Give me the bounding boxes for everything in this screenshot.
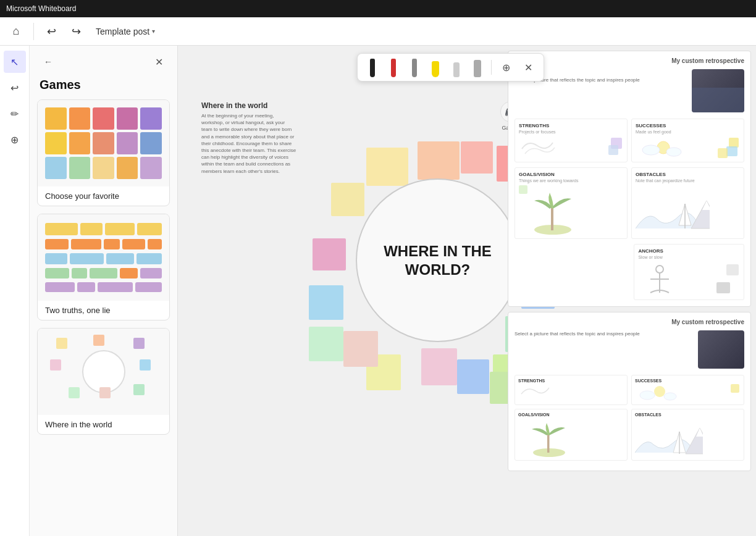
svg-marker-8 <box>702 201 710 210</box>
grid-cell <box>117 107 138 130</box>
obstacles-visual-area <box>636 185 740 235</box>
card-preview-choose-favorite <box>38 100 169 186</box>
sticky-note[interactable] <box>331 183 364 216</box>
template-title-button[interactable]: Template post ▾ <box>91 24 160 39</box>
color-swatch-yellow[interactable] <box>427 57 444 77</box>
template-title-label: Template post <box>96 27 149 36</box>
redo-button[interactable]: ↪ <box>66 22 86 41</box>
grid-cell <box>117 157 138 179</box>
left-tools-panel: ↖ ↩ ✏ ⊕ <box>0 46 30 536</box>
sticky-note[interactable] <box>343 331 378 367</box>
truth-row-cell <box>45 282 75 292</box>
sticky-note[interactable] <box>366 148 408 186</box>
truth-row-cell <box>70 253 103 264</box>
color-toolbar-close-button[interactable]: ✕ <box>519 58 537 77</box>
right-panel[interactable]: My custom retrospective How to use Selec… <box>503 46 756 536</box>
preview-sticky <box>50 359 61 371</box>
grid-cell <box>69 132 91 154</box>
truth-row-cell <box>122 239 146 250</box>
card-label-two-truths: Two truths, one lie <box>38 301 169 320</box>
goals-block: GOALS/VISION Things we are working towar… <box>514 167 628 239</box>
preview-grid <box>38 100 169 186</box>
obstacles-subtitle: Note that can jeopardize future <box>636 178 740 183</box>
truth-row-cell <box>71 239 101 250</box>
truth-row-cell <box>90 268 118 278</box>
anchors-row: ANCHORS Slow or slow <box>514 244 744 300</box>
truth-row-cell <box>77 282 95 292</box>
svg-point-12 <box>654 386 665 397</box>
world-circle: WHERE IN THEWORLD? <box>356 178 519 342</box>
svg-point-9 <box>656 266 663 273</box>
goals-visual-area <box>519 185 623 235</box>
bottom-successes: SUCCESSES <box>631 375 744 405</box>
sticky-note[interactable] <box>461 141 493 174</box>
color-swatch-eraser2[interactable] <box>469 57 486 77</box>
svg-point-1 <box>642 145 660 155</box>
bottom-obstacles-area <box>635 417 741 457</box>
sidebar-close-button[interactable]: ✕ <box>150 53 167 70</box>
main-layout: ↖ ↩ ✏ ⊕ ← ✕ Games <box>0 46 756 536</box>
truth-row-cell <box>120 268 137 278</box>
bottom-obstacles: OBSTACLES <box>631 409 744 461</box>
retro-bottom-title: My custom retrospective <box>514 319 744 325</box>
anchors-subtitle: Slow or slow <box>638 255 740 259</box>
toolbar: ⌂ ↩ ↪ Template post ▾ <box>0 17 756 46</box>
template-card-two-truths[interactable]: Two truths, one lie <box>37 214 170 320</box>
add-tool-button[interactable]: ⊕ <box>4 128 26 151</box>
chevron-down-icon: ▾ <box>152 28 155 35</box>
template-card-choose-favorite[interactable]: Choose your favorite <box>37 99 170 206</box>
sticky-note[interactable] <box>313 238 346 270</box>
card-label-where-world: Where in the world <box>38 415 169 434</box>
strengths-successes-row: STRENGTHS Projects or focuses <box>514 119 744 162</box>
where-world-title-block: Where in the world At the beginning of y… <box>201 101 297 175</box>
color-toolbar: ⊕ ✕ <box>357 53 544 82</box>
grid-cell <box>140 132 162 154</box>
svg-rect-4 <box>551 207 553 230</box>
title-bar: Microsoft Whiteboard <box>0 0 756 17</box>
color-swatch-red[interactable] <box>385 57 402 77</box>
sticky-note[interactable] <box>309 285 343 320</box>
strengths-notes-area <box>519 136 623 158</box>
color-swatch-black[interactable] <box>364 57 381 77</box>
sidebar-back-button[interactable]: ← <box>40 53 57 70</box>
how-to-use-row-bottom: Select a picture that reflects the topic… <box>514 330 744 369</box>
undo-tool-button[interactable]: ↩ <box>4 77 26 99</box>
obstacles-title: OBSTACLES <box>636 172 740 177</box>
how-to-use-row: How to use Select a picture that reflect… <box>514 69 744 112</box>
preview-sticky <box>93 335 104 346</box>
sticky-note[interactable] <box>418 141 460 180</box>
sticky-note[interactable] <box>457 359 489 394</box>
bottom-strengths-area <box>518 383 624 401</box>
grid-cell <box>69 157 91 179</box>
template-card-where-world[interactable]: Where in the world <box>37 328 170 435</box>
color-swatch-gray[interactable] <box>406 57 423 77</box>
home-button[interactable]: ⌂ <box>6 22 26 41</box>
strengths-title: STRENGTHS <box>519 123 623 128</box>
bottom-goals-title: GOALS/VISION <box>518 412 624 417</box>
bottom-goals-area <box>518 417 624 457</box>
card-label-choose-favorite: Choose your favorite <box>38 186 169 206</box>
color-swatch-eraser[interactable] <box>448 57 465 77</box>
successes-title: SUCCESSES <box>636 123 740 128</box>
grid-cell <box>117 132 138 154</box>
preview-sticky <box>140 359 151 371</box>
color-toolbar-separator <box>491 60 492 75</box>
truth-row-cell <box>137 223 162 235</box>
select-tool-button[interactable]: ↖ <box>4 51 26 73</box>
preview-sticky <box>69 387 80 398</box>
anchors-title: ANCHORS <box>638 248 740 254</box>
undo-button[interactable]: ↩ <box>41 22 61 41</box>
pen-tool-button[interactable]: ✏ <box>4 103 26 125</box>
successes-notes-area <box>636 136 740 158</box>
sidebar-header: ← ✕ <box>30 46 177 75</box>
sticky-note[interactable] <box>421 348 457 385</box>
zoom-in-button[interactable]: ⊕ <box>497 58 515 77</box>
sticky-note[interactable] <box>309 327 343 361</box>
grid-cell <box>93 107 114 130</box>
truth-row-cell <box>72 268 87 278</box>
sidebar-cards-list: Choose your favorite <box>30 99 177 442</box>
truth-row-cell <box>45 239 69 250</box>
bottom-strengths-title: STRENGTHS <box>518 379 624 383</box>
truth-row-cell <box>45 268 69 278</box>
truth-row-cell <box>106 253 134 264</box>
